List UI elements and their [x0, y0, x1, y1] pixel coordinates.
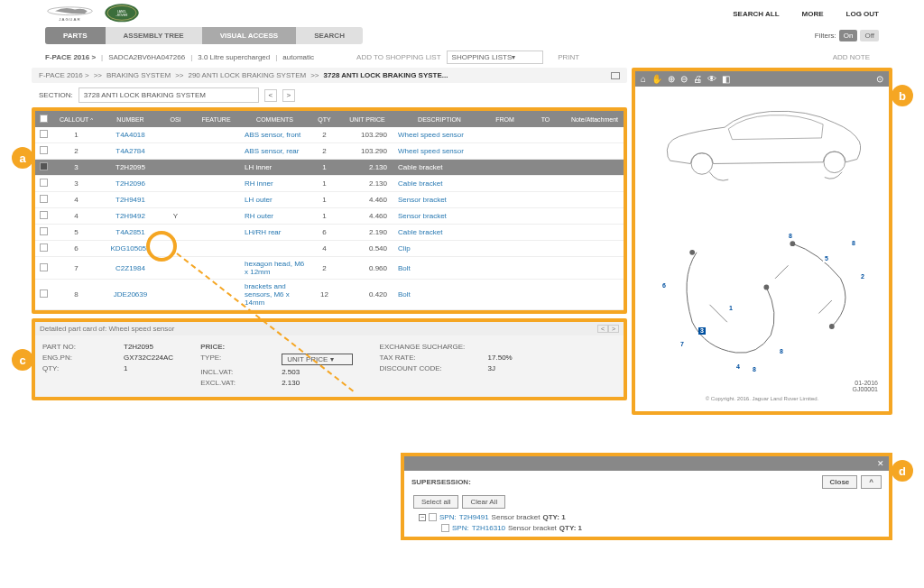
- search-all-link[interactable]: SEARCH ALL: [733, 10, 779, 18]
- tree-row-2[interactable]: SPN: T2H16310 Sensor bracket QTY: 1: [419, 524, 880, 532]
- th-comments[interactable]: COMMENTS: [241, 111, 309, 127]
- hand-icon[interactable]: ✋: [651, 74, 662, 84]
- th-to[interactable]: TO: [525, 111, 566, 127]
- table-row[interactable]: 4 T2H9491 LH outer 1 4.460 Sensor bracke…: [35, 192, 624, 208]
- popup-collapse-button[interactable]: ^: [861, 475, 882, 489]
- row-checkbox[interactable]: [40, 162, 48, 170]
- table-row[interactable]: 7 C2Z1984 hexagon head, M6 x 12mm 2 0.96…: [35, 257, 624, 280]
- cell-desc[interactable]: Sensor bracket: [394, 208, 485, 225]
- callout-8c[interactable]: 8: [850, 240, 857, 247]
- callout-1[interactable]: 1: [727, 305, 735, 312]
- th-qty[interactable]: QTY: [309, 111, 340, 127]
- row-checkbox[interactable]: [40, 130, 48, 138]
- breadcrumb-1[interactable]: F-PACE 2016 >: [39, 71, 89, 79]
- table-row[interactable]: 3 T2H2096 RH inner 1 2.130 Cable bracket: [35, 176, 624, 192]
- cell-desc[interactable]: Wheel speed sensor: [394, 143, 485, 160]
- zoom-in-icon[interactable]: ⊕: [668, 74, 675, 84]
- row-checkbox[interactable]: [40, 263, 48, 271]
- cell-number[interactable]: T2H9492: [101, 208, 160, 225]
- add-shopping-list[interactable]: ADD TO SHOPPING LIST: [356, 53, 441, 61]
- cell-desc[interactable]: Cable bracket: [394, 225, 485, 241]
- table-row[interactable]: 1 T4A4018 ABS sensor, front 2 103.290 Wh…: [35, 127, 624, 143]
- book-icon[interactable]: [611, 72, 620, 79]
- cell-number[interactable]: JDE20639: [101, 280, 160, 310]
- cell-number[interactable]: T2H2096: [101, 176, 160, 192]
- row-checkbox[interactable]: [40, 195, 48, 203]
- th-callout[interactable]: CALLOUT: [51, 111, 101, 127]
- spn1-num[interactable]: T2H9491: [459, 513, 489, 521]
- breadcrumb-2[interactable]: BRAKING SYSTEM: [106, 71, 171, 79]
- expand-icon[interactable]: ⊙: [876, 74, 883, 84]
- cell-desc[interactable]: Sensor bracket: [394, 192, 485, 208]
- tree-check-2[interactable]: [441, 524, 449, 532]
- clear-all-button[interactable]: Clear All: [462, 495, 505, 509]
- row-checkbox[interactable]: [40, 146, 48, 154]
- more-link[interactable]: MORE: [802, 10, 824, 18]
- table-row[interactable]: 5 T4A2851 LH/RH rear 6 2.190 Cable brack…: [35, 225, 624, 241]
- detail-prev[interactable]: <: [597, 325, 608, 333]
- collapse-icon[interactable]: −: [419, 514, 426, 521]
- table-row[interactable]: 3 T2H2095 LH inner 1 2.130 Cable bracket: [35, 160, 624, 176]
- eraser-icon[interactable]: ◧: [722, 74, 730, 84]
- th-price[interactable]: UNIT PRICE: [340, 111, 394, 127]
- callout-4[interactable]: 4: [735, 363, 742, 371]
- callout-7[interactable]: 7: [679, 341, 686, 348]
- cell-desc[interactable]: Bolt: [394, 257, 485, 280]
- row-checkbox[interactable]: [40, 289, 48, 298]
- tab-visual[interactable]: VISUAL ACCESS: [202, 27, 296, 44]
- callout-8d[interactable]: 8: [778, 348, 785, 355]
- spn2-num[interactable]: T2H16310: [472, 524, 505, 532]
- breadcrumb-3[interactable]: 290 ANTI LOCK BRAKING SYSTEM: [188, 71, 306, 79]
- cell-number[interactable]: T4A2784: [101, 143, 160, 160]
- cell-desc[interactable]: Wheel speed sensor: [394, 127, 485, 143]
- cell-desc[interactable]: Clip: [394, 241, 485, 257]
- cell-desc[interactable]: Cable bracket: [394, 160, 485, 176]
- tree-check-1[interactable]: [429, 513, 437, 521]
- callout-8[interactable]: 8: [751, 366, 758, 373]
- table-row[interactable]: 4 T2H9492 Y RH outer 1 4.460 Sensor brac…: [35, 208, 624, 225]
- cell-number[interactable]: T4A4018: [101, 127, 160, 143]
- shopping-lists-select[interactable]: SHOPPING LISTS ▾: [447, 51, 544, 64]
- eye-icon[interactable]: 👁: [707, 74, 716, 84]
- diagram-area[interactable]: 6 7 3 4 8 1 8 5 8 2 8 01-2016 GJ00001 © …: [635, 87, 889, 409]
- callout-3-sel[interactable]: 3: [698, 327, 706, 335]
- th-osi[interactable]: OSI: [160, 111, 191, 127]
- cell-desc[interactable]: Cable bracket: [394, 176, 485, 192]
- cell-desc[interactable]: Bolt: [394, 280, 485, 310]
- th-note[interactable]: Note/Attachment: [566, 111, 624, 127]
- section-select[interactable]: 3728 ANTI LOCK BRAKING SYSTEM: [79, 87, 259, 103]
- table-row[interactable]: 6 KDG105053 4 0.540 Clip: [35, 241, 624, 257]
- zoom-out-icon[interactable]: ⊖: [680, 74, 688, 84]
- section-prev[interactable]: <: [264, 89, 277, 102]
- th-check[interactable]: [35, 111, 51, 127]
- detail-next[interactable]: >: [608, 325, 619, 333]
- th-from[interactable]: FROM: [485, 111, 525, 127]
- cell-number[interactable]: T2H2095: [101, 160, 160, 176]
- tab-search[interactable]: SEARCH: [296, 27, 363, 44]
- print-button[interactable]: PRINT: [558, 53, 579, 61]
- popup-close-button[interactable]: Close: [822, 475, 858, 489]
- tab-parts[interactable]: PARTS: [45, 27, 106, 44]
- th-feature[interactable]: FEATURE: [191, 111, 241, 127]
- logout-link[interactable]: LOG OUT: [846, 10, 879, 18]
- print-icon[interactable]: 🖨: [693, 74, 702, 84]
- tab-assembly[interactable]: ASSEMBLY TREE: [106, 27, 202, 44]
- callout-8b[interactable]: 8: [787, 233, 794, 240]
- filters-on[interactable]: On: [839, 30, 858, 41]
- th-number[interactable]: NUMBER: [101, 111, 160, 127]
- select-all-button[interactable]: Select all: [413, 495, 458, 509]
- add-note-button[interactable]: ADD NOTE: [833, 53, 870, 61]
- section-next[interactable]: >: [282, 89, 295, 102]
- table-row[interactable]: 2 T4A2784 ABS sensor, rear 2 103.290 Whe…: [35, 143, 624, 160]
- row-checkbox[interactable]: [40, 211, 48, 219]
- home-icon[interactable]: ⌂: [641, 74, 646, 84]
- row-checkbox[interactable]: [40, 243, 48, 252]
- callout-6[interactable]: 6: [661, 282, 668, 289]
- callout-5[interactable]: 5: [823, 255, 830, 262]
- filters-off[interactable]: Off: [860, 30, 879, 41]
- table-row[interactable]: 8 JDE20639 brackets and sensors, M6 x 14…: [35, 280, 624, 310]
- tree-row-1[interactable]: − SPN: T2H9491 Sensor bracket QTY: 1: [419, 513, 880, 521]
- popup-close-icon[interactable]: ✕: [875, 459, 886, 468]
- row-checkbox[interactable]: [40, 227, 48, 235]
- cell-number[interactable]: T2H9491: [101, 192, 160, 208]
